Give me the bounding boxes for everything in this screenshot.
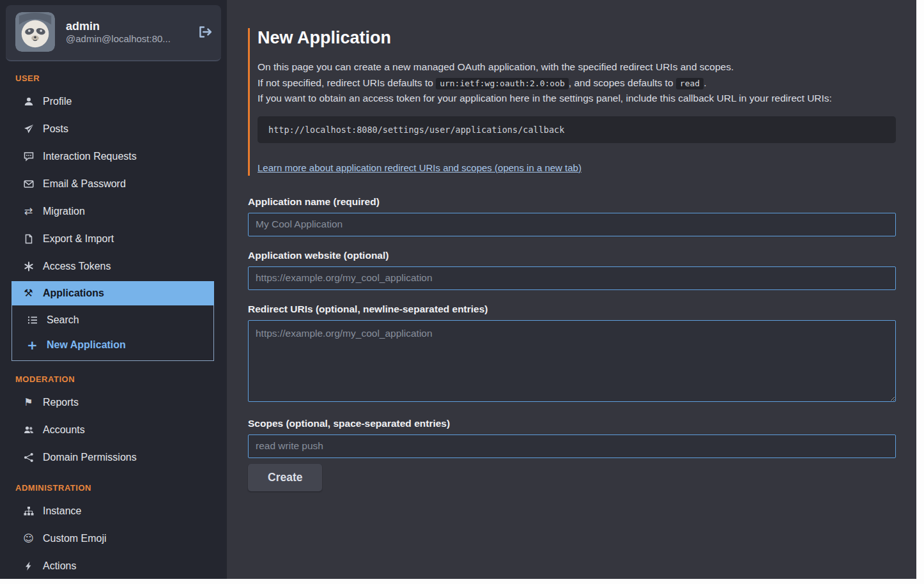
scopes-label: Scopes (optional, space-separated entrie… [248, 418, 896, 429]
paper-plane-icon [22, 124, 35, 134]
application-name-field: Application name (required) [248, 196, 896, 236]
vertical-scrollbar[interactable] [916, 0, 924, 584]
sidebar-item-domain-permissions[interactable]: Domain Permissions [0, 443, 227, 471]
sidebar-item-label: Posts [43, 123, 68, 135]
user-card[interactable]: admin @admin@localhost:80... [6, 5, 221, 61]
section-title-user: USER [0, 61, 227, 88]
callback-url-block: http://localhost:8080/settings/user/appl… [258, 116, 896, 143]
asterisk-icon [22, 261, 35, 272]
intro-line-2: If not specified, redirect URIs defaults… [258, 75, 896, 91]
sidebar-item-profile[interactable]: Profile [0, 88, 227, 115]
intro-line-3: If you want to obtain an access token fo… [258, 91, 896, 106]
application-website-input[interactable] [248, 266, 896, 290]
sidebar-item-migration[interactable]: ⇄ Migration [0, 197, 227, 225]
user-meta: admin @admin@localhost:80... [66, 20, 187, 45]
sidebar-item-label: Migration [43, 205, 85, 217]
page-intro: New Application On this page you can cre… [248, 28, 896, 176]
sidebar-item-label: Actions [43, 560, 76, 572]
sidebar-item-new-application[interactable]: + New Application [12, 332, 213, 357]
sidebar-item-interaction-requests[interactable]: Interaction Requests [0, 142, 227, 170]
sidebar-item-label: Search [47, 314, 79, 326]
learn-more-link[interactable]: Learn more about application redirect UR… [258, 162, 581, 176]
sidebar-item-instance[interactable]: Instance [0, 497, 227, 525]
sidebar-item-label: Accounts [43, 424, 85, 436]
page-title: New Application [258, 28, 896, 48]
flag-icon: ⚑ [22, 397, 35, 408]
username: admin [66, 20, 100, 33]
sidebar-item-label: Custom Emoji [43, 532, 107, 544]
settings-app: admin @admin@localhost:80... USER Profil… [0, 0, 916, 579]
sidebar-item-label: Export & Import [43, 233, 114, 245]
sidebar-item-label: Profile [43, 95, 72, 107]
scopes-field: Scopes (optional, space-separated entrie… [248, 418, 896, 458]
read-code: read [676, 78, 704, 89]
migration-icon: ⇄ [22, 206, 35, 217]
sidebar-item-applications-search[interactable]: Search [12, 307, 213, 332]
applications-group: ⚒ Applications Search + New Application [12, 281, 214, 361]
file-icon [22, 234, 35, 244]
sidebar-item-export-import[interactable]: Export & Import [0, 225, 227, 252]
users-icon [22, 425, 35, 435]
application-name-input[interactable] [248, 213, 896, 236]
sidebar-item-accounts[interactable]: Accounts [0, 416, 227, 443]
new-application-form: Application name (required) Application … [248, 196, 896, 491]
sidebar-item-label: Domain Permissions [43, 451, 137, 463]
user-handle: @admin@localhost:80... [66, 33, 171, 44]
logout-button[interactable] [198, 25, 212, 39]
sidebar-item-label: Email & Password [43, 178, 126, 190]
section-title-administration: ADMINISTRATION [0, 471, 227, 497]
sidebar-item-label: New Application [47, 339, 126, 351]
redirect-uris-label: Redirect URIs (optional, newline-separat… [248, 304, 896, 315]
share-nodes-icon [22, 452, 35, 463]
tools-icon: ⚒ [22, 288, 35, 298]
application-name-label: Application name (required) [248, 196, 896, 208]
create-button[interactable]: Create [248, 464, 322, 491]
comment-icon [22, 151, 35, 162]
plus-icon: + [26, 340, 38, 350]
sidebar-item-label: Access Tokens [43, 260, 111, 272]
oob-code: urn:ietf:wg:oauth:2.0:oob [436, 78, 569, 89]
section-title-moderation: MODERATION [0, 362, 227, 388]
envelope-lock-icon [22, 179, 35, 189]
sidebar-item-reports[interactable]: ⚑ Reports [0, 388, 227, 416]
main-content: New Application On this page you can cre… [227, 0, 916, 579]
redirect-uris-textarea[interactable] [248, 320, 896, 402]
sidebar-item-label: Applications [43, 288, 104, 299]
user-icon [22, 96, 35, 107]
sidebar-item-custom-emoji[interactable]: ☺ Custom Emoji [0, 525, 227, 552]
sidebar-item-label: Instance [43, 505, 81, 517]
application-website-label: Application website (optional) [248, 250, 896, 261]
sidebar-item-actions[interactable]: Actions [0, 552, 227, 579]
sidebar-item-applications[interactable]: ⚒ Applications [12, 281, 214, 305]
list-icon [26, 315, 38, 325]
application-website-field: Application website (optional) [248, 250, 896, 290]
scopes-input[interactable] [248, 434, 896, 458]
smiley-icon: ☺ [22, 534, 35, 544]
sidebar: admin @admin@localhost:80... USER Profil… [0, 0, 227, 579]
horizontal-scrollbar[interactable] [0, 579, 924, 584]
logout-icon [198, 25, 212, 39]
redirect-uris-field: Redirect URIs (optional, newline-separat… [248, 304, 896, 404]
sidebar-item-access-tokens[interactable]: Access Tokens [0, 252, 227, 280]
intro-line-1: On this page you can create a new manage… [258, 59, 896, 75]
sidebar-item-label: Interaction Requests [43, 150, 137, 162]
sidebar-item-posts[interactable]: Posts [0, 115, 227, 142]
bolt-icon [22, 561, 35, 571]
avatar [15, 12, 55, 52]
sidebar-item-label: Reports [43, 396, 79, 408]
applications-submenu: Search + New Application [12, 305, 214, 361]
sitemap-icon [22, 506, 35, 516]
sidebar-item-email-password[interactable]: Email & Password [0, 170, 227, 197]
